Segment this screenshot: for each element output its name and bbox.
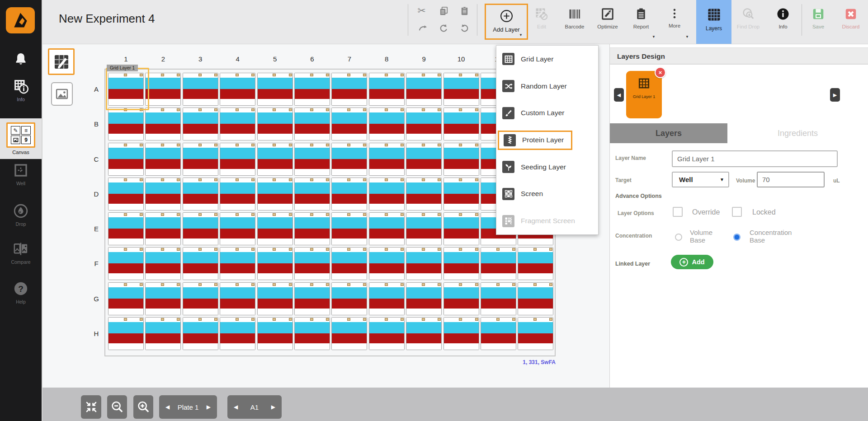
tab-ingredients[interactable]: Ingredients <box>727 123 868 143</box>
well-H10[interactable] <box>443 317 479 350</box>
well-C4[interactable] <box>220 143 255 176</box>
well-B6[interactable] <box>294 108 330 140</box>
well-F11[interactable] <box>481 247 516 280</box>
well-C6[interactable] <box>294 143 330 176</box>
well-A3[interactable] <box>183 73 218 106</box>
well-C3[interactable] <box>183 143 218 176</box>
sidebar-item-info[interactable]: Info <box>0 78 42 102</box>
well-G7[interactable] <box>331 282 367 315</box>
layer-card[interactable]: Grid Layer 1 × <box>626 71 662 118</box>
fit-screen-button[interactable] <box>81 395 101 419</box>
copy-button[interactable] <box>433 2 454 19</box>
menu-item-random-layer[interactable]: Random Layer <box>496 73 598 100</box>
well-F8[interactable] <box>369 247 405 280</box>
well-C2[interactable] <box>145 143 181 176</box>
override-checkbox[interactable] <box>673 207 683 217</box>
concentration-base-radio[interactable] <box>733 234 741 241</box>
well-prev-button[interactable]: ◀ <box>234 404 238 410</box>
well-next-button[interactable]: ▶ <box>271 404 275 410</box>
well-E2[interactable] <box>145 212 181 245</box>
well-G5[interactable] <box>257 282 293 315</box>
well-E6[interactable] <box>294 212 330 245</box>
well-B10[interactable] <box>443 108 479 140</box>
redo-history-button[interactable] <box>454 19 475 37</box>
well-G10[interactable] <box>443 282 479 315</box>
tab-layers[interactable]: Layers <box>610 123 727 143</box>
info-button[interactable]: Info <box>767 4 799 41</box>
well-A9[interactable] <box>406 73 442 106</box>
well-G8[interactable] <box>369 282 405 315</box>
well-H9[interactable] <box>406 317 442 350</box>
well-B5[interactable] <box>257 108 293 140</box>
well-F12[interactable] <box>518 247 553 280</box>
well-H8[interactable] <box>369 317 405 350</box>
paste-button[interactable] <box>454 2 475 19</box>
well-A2[interactable] <box>145 73 181 106</box>
well-H11[interactable] <box>481 317 516 350</box>
barcode-button[interactable]: Barcode <box>558 4 591 41</box>
well-D8[interactable] <box>369 178 405 210</box>
well-E5[interactable] <box>257 212 293 245</box>
well-G11[interactable] <box>481 282 516 315</box>
well-C8[interactable] <box>369 143 405 176</box>
well-F4[interactable] <box>220 247 255 280</box>
well-B3[interactable] <box>183 108 218 140</box>
well-B7[interactable] <box>331 108 367 140</box>
well-B1[interactable] <box>108 108 144 140</box>
well-A4[interactable] <box>220 73 255 106</box>
well-B8[interactable] <box>369 108 405 140</box>
plate-next-button[interactable]: ▶ <box>207 404 211 410</box>
well-D2[interactable] <box>145 178 181 210</box>
design-view-button[interactable] <box>48 48 75 75</box>
well-F1[interactable] <box>108 247 144 280</box>
well-G1[interactable] <box>108 282 144 315</box>
layers-button[interactable]: Layers <box>696 0 731 44</box>
well-D5[interactable] <box>257 178 293 210</box>
optimize-button[interactable]: Optimize <box>591 4 624 41</box>
discard-button[interactable]: Discard <box>835 4 867 41</box>
zoom-in-button[interactable] <box>133 395 153 419</box>
sidebar-item-canvas[interactable]: ✎≡9Canvas <box>0 118 42 159</box>
well-H7[interactable] <box>331 317 367 350</box>
well-H1[interactable] <box>108 317 144 350</box>
well-H4[interactable] <box>220 317 255 350</box>
zoom-out-button[interactable] <box>107 395 127 419</box>
menu-item-protein-layer[interactable]: Protein Layer <box>496 126 598 154</box>
well-D4[interactable] <box>220 178 255 210</box>
menu-item-seeding-layer[interactable]: Seeding Layer <box>496 154 598 181</box>
well-C1[interactable] <box>108 143 144 176</box>
layer-name-input[interactable] <box>672 150 838 167</box>
report-button[interactable]: Report▼ <box>625 4 657 41</box>
well-E8[interactable] <box>369 212 405 245</box>
menu-item-screen[interactable]: Screen <box>496 181 598 208</box>
cut-button[interactable]: ✂ <box>412 2 433 19</box>
image-view-button[interactable] <box>51 82 73 106</box>
well-D1[interactable] <box>108 178 144 210</box>
well-H5[interactable] <box>257 317 293 350</box>
card-prev-button[interactable]: ◀ <box>614 88 624 102</box>
well-D9[interactable] <box>406 178 442 210</box>
undo-history-button[interactable] <box>433 19 454 37</box>
undo-curve-button[interactable] <box>412 19 433 37</box>
well-G12[interactable] <box>518 282 553 315</box>
well-B9[interactable] <box>406 108 442 140</box>
well-E10[interactable] <box>443 212 479 245</box>
well-A7[interactable] <box>331 73 367 106</box>
well-A5[interactable] <box>257 73 293 106</box>
well-F5[interactable] <box>257 247 293 280</box>
well-E1[interactable] <box>108 212 144 245</box>
well-C7[interactable] <box>331 143 367 176</box>
more-button[interactable]: More▼ <box>658 4 691 41</box>
well-H2[interactable] <box>145 317 181 350</box>
menu-item-grid-layer[interactable]: Grid Layer <box>496 46 598 73</box>
well-G4[interactable] <box>220 282 255 315</box>
well-A8[interactable] <box>369 73 405 106</box>
locked-checkbox[interactable] <box>732 207 742 217</box>
well-E4[interactable] <box>220 212 255 245</box>
well-F6[interactable] <box>294 247 330 280</box>
well-C9[interactable] <box>406 143 442 176</box>
well-G2[interactable] <box>145 282 181 315</box>
well-F10[interactable] <box>443 247 479 280</box>
well-G9[interactable] <box>406 282 442 315</box>
add-linked-layer-button[interactable]: + Add <box>671 255 713 269</box>
